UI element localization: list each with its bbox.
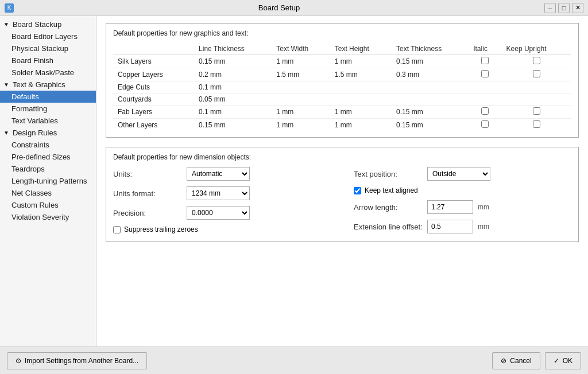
italic-checkbox[interactable] xyxy=(481,120,489,128)
window-title: Board Setup xyxy=(258,3,300,12)
sidebar-item-board-stackup[interactable]: ▼ Board Stackup xyxy=(0,18,96,30)
text-position-select[interactable]: Outside Inside Manual xyxy=(427,167,490,181)
arrow-length-label: Arrow length: xyxy=(354,203,423,212)
chevron-icon: ▼ xyxy=(3,21,9,28)
import-settings-button[interactable]: ⊙ Import Settings from Another Board... xyxy=(7,352,147,369)
row-italic-cell[interactable] xyxy=(469,106,501,119)
italic-checkbox[interactable] xyxy=(481,70,489,77)
units-format-select[interactable]: 1234 mm 1234.0 mm xyxy=(187,186,250,200)
sidebar-item-physical-stackup[interactable]: Physical Stackup xyxy=(0,42,96,54)
row-text-width: 1 mm xyxy=(272,106,330,119)
sidebar-item-net-classes[interactable]: Net Classes xyxy=(0,187,96,199)
sidebar-item-board-editor-layers[interactable]: Board Editor Layers xyxy=(0,30,96,42)
graphics-text-section: Default properties for new graphics and … xyxy=(106,23,579,138)
extension-line-offset-unit: mm xyxy=(478,223,489,231)
table-row: Edge Cuts0.1 mm xyxy=(113,81,571,94)
dimension-section: Default properties for new dimension obj… xyxy=(106,147,579,242)
row-italic-cell[interactable] xyxy=(469,55,501,68)
row-text-height: 1 mm xyxy=(330,119,392,132)
row-line-thickness: 0.15 mm xyxy=(194,119,272,132)
keep-text-aligned-label[interactable]: Keep text aligned xyxy=(354,186,418,194)
sidebar-item-constraints[interactable]: Constraints xyxy=(0,139,96,151)
sidebar-item-formatting[interactable]: Formatting xyxy=(0,103,96,115)
precision-row: Precision: 0.0000 0.000 0.00 xyxy=(113,206,331,220)
text-position-row: Text position: Outside Inside Manual xyxy=(354,167,571,181)
bottom-bar: ⊙ Import Settings from Another Board... … xyxy=(0,346,588,374)
section1-title: Default properties for new graphics and … xyxy=(113,29,571,37)
title-bar-controls[interactable]: – □ ✕ xyxy=(544,3,583,13)
table-row: Fab Layers0.1 mm1 mm1 mm0.15 mm xyxy=(113,106,571,119)
units-row: Units: Automatic Inches Millimeters xyxy=(113,167,331,181)
main-content: ▼ Board Stackup Board Editor Layers Phys… xyxy=(0,16,588,346)
row-keep-upright-cell[interactable] xyxy=(502,55,571,68)
suppress-trailing-checkbox[interactable] xyxy=(113,226,121,233)
sidebar-item-teardrops[interactable]: Teardrops xyxy=(0,163,96,175)
arrow-length-input[interactable] xyxy=(427,200,473,214)
row-text-height: 1 mm xyxy=(330,106,392,119)
sidebar-item-violation-severity[interactable]: Violation Severity xyxy=(0,211,96,223)
import-settings-icon: ⊙ xyxy=(16,357,21,365)
sidebar-item-design-rules[interactable]: ▼ Design Rules xyxy=(0,127,96,139)
dimension-grid: Units: Automatic Inches Millimeters Unit… xyxy=(113,167,571,236)
row-keep-upright-cell[interactable] xyxy=(502,119,571,132)
sidebar-item-predefined-sizes[interactable]: Pre-defined Sizes xyxy=(0,151,96,163)
row-label: Other Layers xyxy=(113,119,194,132)
suppress-trailing-row: Suppress trailing zeroes xyxy=(113,225,331,233)
row-label: Fab Layers xyxy=(113,106,194,119)
keep-text-aligned-row: Keep text aligned xyxy=(354,186,571,194)
content-area: Default properties for new graphics and … xyxy=(96,16,588,346)
table-row: Silk Layers0.15 mm1 mm1 mm0.15 mm xyxy=(113,55,571,68)
keep-upright-checkbox[interactable] xyxy=(533,120,540,128)
sidebar-item-text-graphics[interactable]: ▼ Text & Graphics xyxy=(0,79,96,91)
row-keep-upright-cell[interactable] xyxy=(502,106,571,119)
sidebar-item-custom-rules[interactable]: Custom Rules xyxy=(0,199,96,211)
row-text-height: 1.5 mm xyxy=(330,68,392,81)
col-header-label xyxy=(113,43,194,55)
keep-text-aligned-checkbox[interactable] xyxy=(354,187,361,194)
row-italic-cell[interactable] xyxy=(469,68,501,81)
extension-line-offset-input[interactable] xyxy=(427,220,473,233)
minimize-button[interactable]: – xyxy=(544,3,556,13)
row-label: Silk Layers xyxy=(113,55,194,68)
row-keep-upright-cell[interactable] xyxy=(502,68,571,81)
col-header-line-thickness: Line Thickness xyxy=(194,43,272,55)
app-icon: K xyxy=(5,3,14,13)
arrow-length-row: Arrow length: mm xyxy=(354,200,571,214)
row-text-thickness: 0.15 mm xyxy=(392,119,469,132)
keep-upright-checkbox[interactable] xyxy=(533,107,540,115)
action-buttons: ⊘ Cancel ✓ OK xyxy=(492,352,581,369)
row-text-thickness: 0.15 mm xyxy=(392,106,469,119)
units-format-row: Units format: 1234 mm 1234.0 mm xyxy=(113,186,331,200)
row-text-height xyxy=(330,94,392,106)
sidebar-item-length-tuning[interactable]: Length-tuning Patterns xyxy=(0,175,96,187)
maximize-button[interactable]: □ xyxy=(558,3,570,13)
italic-checkbox[interactable] xyxy=(481,107,489,115)
row-text-thickness xyxy=(392,81,469,94)
sidebar-item-board-finish[interactable]: Board Finish xyxy=(0,54,96,67)
row-italic-cell[interactable] xyxy=(469,119,501,132)
table-row: Copper Layers0.2 mm1.5 mm1.5 mm0.3 mm xyxy=(113,68,571,81)
cancel-icon: ⊘ xyxy=(501,357,506,365)
row-line-thickness: 0.1 mm xyxy=(194,81,272,94)
ok-button[interactable]: ✓ OK xyxy=(545,352,581,369)
sidebar-item-solder-mask-paste[interactable]: Solder Mask/Paste xyxy=(0,67,96,79)
ok-icon: ✓ xyxy=(554,357,559,365)
text-position-label: Text position: xyxy=(354,170,423,178)
row-line-thickness: 0.05 mm xyxy=(194,94,272,106)
sidebar-item-defaults[interactable]: Defaults xyxy=(0,91,96,103)
keep-upright-checkbox[interactable] xyxy=(533,70,540,77)
extension-line-offset-label: Extension line offset: xyxy=(354,223,423,231)
close-button[interactable]: ✕ xyxy=(572,3,583,13)
units-select[interactable]: Automatic Inches Millimeters xyxy=(187,167,250,181)
title-bar: K Board Setup – □ ✕ xyxy=(0,0,588,16)
cancel-button[interactable]: ⊘ Cancel xyxy=(492,352,540,369)
row-text-height xyxy=(330,81,392,94)
extension-line-offset-row: Extension line offset: mm xyxy=(354,220,571,233)
keep-upright-checkbox[interactable] xyxy=(533,57,540,64)
italic-checkbox[interactable] xyxy=(481,57,489,64)
sidebar-item-text-variables[interactable]: Text Variables xyxy=(0,115,96,127)
precision-select[interactable]: 0.0000 0.000 0.00 xyxy=(187,206,250,220)
col-header-keep-upright: Keep Upright xyxy=(502,43,571,55)
row-text-width xyxy=(272,81,330,94)
suppress-trailing-label[interactable]: Suppress trailing zeroes xyxy=(113,225,198,233)
